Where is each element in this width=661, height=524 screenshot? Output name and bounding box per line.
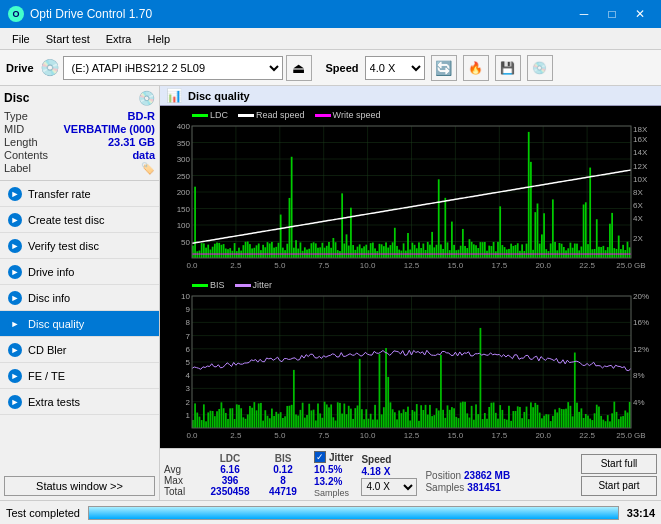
stat-samples-label: Samples [314, 488, 353, 498]
window-controls: ─ □ ✕ [571, 4, 653, 24]
toolbar: Drive 💿 (E:) ATAPI iHBS212 2 5L09 ⏏ Spee… [0, 50, 661, 86]
nav-label-extra: Extra tests [28, 396, 80, 408]
nav-icon-verify: ► [8, 239, 22, 253]
nav-label-drive: Drive info [28, 266, 74, 278]
start-part-button[interactable]: Start part [581, 476, 657, 496]
disc-panel-header: Disc 💿 [4, 90, 155, 106]
samples-value: 381451 [467, 482, 500, 493]
nav-label-quality: Disc quality [28, 318, 84, 330]
position-spacer [425, 456, 510, 469]
legend-ldc: LDC [210, 110, 228, 120]
speed-selector[interactable]: 4.0 X 1.0 X 2.0 X 8.0 X Max [365, 56, 425, 80]
jitter-section: ✓ Jitter 10.5% 13.2% Samples [314, 451, 353, 498]
nav-icon-fete: ► [8, 369, 22, 383]
stat-max-label: Max [164, 475, 200, 486]
chart-header-icon: 📊 [166, 88, 182, 103]
ldc-bis-grid: LDC BIS Avg 6.16 0.12 Max 396 8 Total 23… [164, 453, 306, 497]
charts-container: LDC Read speed Write speed BIS Jitter [160, 106, 661, 448]
nav-disc-info[interactable]: ► Disc info [0, 285, 159, 311]
close-button[interactable]: ✕ [627, 4, 653, 24]
sidebar: Disc 💿 Type BD-R MID VERBATIMe (000) Len… [0, 86, 160, 500]
legend-read: Read speed [256, 110, 305, 120]
nav-transfer-rate[interactable]: ► Transfer rate [0, 181, 159, 207]
title-bar: O Opti Drive Control 1.70 ─ □ ✕ [0, 0, 661, 28]
status-bar: Test completed 33:14 [0, 500, 661, 524]
minimize-button[interactable]: ─ [571, 4, 597, 24]
stat-max-bis: 8 [260, 475, 306, 486]
action-buttons: Start full Start part [581, 454, 657, 496]
eject-button[interactable]: ⏏ [286, 55, 312, 81]
nav-cd-bler[interactable]: ► CD Bler [0, 337, 159, 363]
disc-button[interactable]: 💾 [495, 55, 521, 81]
app-icon: O [8, 6, 24, 22]
lower-legend: BIS Jitter [192, 280, 272, 290]
nav-icon-extra: ► [8, 395, 22, 409]
nav-icon-transfer: ► [8, 187, 22, 201]
position-section: Position 23862 MB Samples 381451 [425, 456, 510, 493]
stat-total-label: Total [164, 486, 200, 497]
stat-avg-label: Avg [164, 464, 200, 475]
stat-avg-jitter: 10.5% [314, 464, 353, 475]
stats-row-container: LDC BIS Avg 6.16 0.12 Max 396 8 Total 23… [164, 451, 657, 498]
refresh-button[interactable]: 🔄 [431, 55, 457, 81]
speed-label: Speed [326, 62, 359, 74]
nav-drive-info[interactable]: ► Drive info [0, 259, 159, 285]
stat-avg-speed: 4.18 X [361, 466, 417, 477]
drive-selector[interactable]: (E:) ATAPI iHBS212 2 5L09 [63, 56, 283, 80]
disc-mid-row: MID VERBATIMe (000) [4, 123, 155, 135]
nav-fe-te[interactable]: ► FE / TE [0, 363, 159, 389]
upper-chart-canvas [162, 108, 659, 276]
speed-header: Speed [361, 454, 417, 465]
burn-button[interactable]: 🔥 [463, 55, 489, 81]
stat-avg-bis: 0.12 [260, 464, 306, 475]
status-time: 33:14 [627, 507, 655, 519]
progress-bar [88, 506, 619, 520]
nav-icon-drive: ► [8, 265, 22, 279]
save-button[interactable]: 💿 [527, 55, 553, 81]
jitter-checkbox[interactable]: ✓ [314, 451, 326, 463]
disc-type-row: Type BD-R [4, 110, 155, 122]
maximize-button[interactable]: □ [599, 4, 625, 24]
disc-type-key: Type [4, 110, 28, 122]
nav-label-verify: Verify test disc [28, 240, 99, 252]
title-bar-left: O Opti Drive Control 1.70 [8, 6, 152, 22]
speed-select-stat[interactable]: 4.0 X [361, 478, 417, 496]
disc-mid-key: MID [4, 123, 24, 135]
stat-header-ldc: LDC [202, 453, 258, 464]
status-window-button[interactable]: Status window >> [4, 476, 155, 496]
stat-total-ldc: 2350458 [202, 486, 258, 497]
stat-total-bis: 44719 [260, 486, 306, 497]
nav-disc-quality[interactable]: ► Disc quality [0, 311, 159, 337]
stat-avg-ldc: 6.16 [202, 464, 258, 475]
disc-mid-val: VERBATIMe (000) [64, 123, 155, 135]
nav-items: ► Transfer rate ► Create test disc ► Ver… [0, 181, 159, 472]
drive-icon: 💿 [40, 58, 60, 77]
nav-icon-bler: ► [8, 343, 22, 357]
nav-verify-test-disc[interactable]: ► Verify test disc [0, 233, 159, 259]
disc-label-key: Label [4, 162, 31, 175]
nav-extra-tests[interactable]: ► Extra tests [0, 389, 159, 415]
menu-start-test[interactable]: Start test [38, 31, 98, 47]
nav-icon-disc: ► [8, 291, 22, 305]
position-label: Position [425, 470, 461, 481]
menu-help[interactable]: Help [139, 31, 178, 47]
legend-write: Write speed [333, 110, 381, 120]
disc-contents-val: data [132, 149, 155, 161]
upper-chart-wrap: LDC Read speed Write speed [162, 108, 659, 276]
disc-length-key: Length [4, 136, 38, 148]
start-full-button[interactable]: Start full [581, 454, 657, 474]
menu-file[interactable]: File [4, 31, 38, 47]
stat-header-empty [164, 453, 200, 464]
drive-label: Drive [6, 62, 34, 74]
jitter-label: Jitter [329, 452, 353, 463]
disc-label: Disc [4, 91, 29, 105]
nav-label-create: Create test disc [28, 214, 104, 226]
stats-area: LDC BIS Avg 6.16 0.12 Max 396 8 Total 23… [160, 448, 661, 500]
chart-title: Disc quality [188, 90, 250, 102]
jitter-header: ✓ Jitter [314, 451, 353, 463]
disc-panel: Disc 💿 Type BD-R MID VERBATIMe (000) Len… [0, 86, 159, 181]
position-value: 23862 MB [464, 470, 510, 481]
menu-extra[interactable]: Extra [98, 31, 140, 47]
upper-legend: LDC Read speed Write speed [192, 110, 380, 120]
nav-create-test-disc[interactable]: ► Create test disc [0, 207, 159, 233]
